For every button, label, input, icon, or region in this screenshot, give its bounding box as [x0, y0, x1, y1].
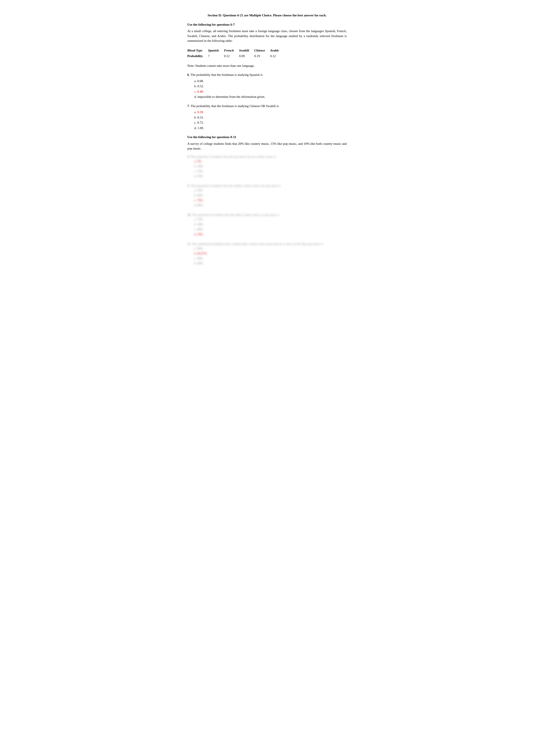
question-6-number: 6 [187, 73, 189, 76]
q11-option-b: b. 66.67%. [194, 251, 347, 256]
q7-option-a: a. 0.28. [194, 110, 347, 115]
val-french: 0.12 [224, 53, 239, 59]
q11-option-a: a. 50%. [194, 246, 347, 251]
q10-option-a: a. 75%. [194, 217, 347, 222]
q9-option-c: c. 75%. [194, 198, 347, 202]
question-8-text: 8. The proportion of students that like … [187, 154, 347, 159]
q11-option-d: d. 20%. [194, 261, 347, 266]
q6-option-c: c. 0.48. [194, 89, 347, 94]
note-text: Note: Students cannot take more than one… [187, 63, 347, 68]
val-arabic: 0.12 [270, 53, 285, 59]
question-6-text: 6. The probability that the freshman is … [187, 72, 347, 77]
table-data-row: Probability ? 0.12 0.09 0.19 0.12 [187, 53, 285, 59]
probability-table-container: Blood Type Spanish French Swahili Chines… [187, 48, 347, 59]
subsection1-paragraph: At a small college, all entering freshme… [187, 29, 347, 43]
col-swahili: Swahili [239, 48, 254, 53]
question-7-text: 7. The probability that the freshman is … [187, 104, 347, 109]
question-6-body: . The probability that the freshman is s… [189, 73, 263, 76]
q7-option-b: b. 0.31. [194, 115, 347, 120]
q6-option-d: d. impossible to determine from the info… [194, 94, 347, 99]
blurred-questions: 8. The proportion of students that like … [187, 154, 347, 266]
subsection2-title: Use the following for questions 8-11 [187, 135, 347, 140]
question-9-text: 9. The proportion of students that like … [187, 183, 347, 188]
q9-option-a: a. 25%. [194, 188, 347, 193]
question-6-block: 6. The probability that the freshman is … [187, 72, 347, 99]
q10-option-b: b. 20%. [194, 222, 347, 227]
subsection1-title: Use the following for questions 6-7 [187, 22, 347, 27]
q11-option-c: c. 40%. [194, 256, 347, 261]
val-spanish: ? [208, 53, 224, 59]
question-7-options: a. 0.28. b. 0.31. c. 0.72. d. 1.00. [194, 110, 347, 130]
table-header-row: Blood Type Spanish French Swahili Chines… [187, 48, 285, 53]
q8-option-c: c. 15%. [194, 169, 347, 174]
q7-option-d: d. 1.00. [194, 125, 347, 131]
q8-option-d: d. 25%. [194, 174, 347, 178]
question-8-block: 8. The proportion of students that like … [187, 154, 347, 178]
q10-option-d: d. 25%. [194, 232, 347, 236]
subsection2-paragraph: A survey of college students finds that … [187, 141, 347, 151]
q6-option-b: b. 0.52. [194, 84, 347, 89]
col-arabic: Arabic [270, 48, 285, 53]
section-header: Section II: Questions 6-21 are Multiple … [187, 13, 347, 18]
question-7-number: 7 [187, 104, 189, 108]
question-7-block: 7. The probability that the freshman is … [187, 104, 347, 131]
col-blood-type: Blood Type [187, 48, 208, 53]
question-11-block: 11. The conditional probability that a s… [187, 242, 347, 266]
q8-option-b: b. 10%. [194, 164, 347, 169]
question-10-text: 10. The proportion of students that like… [187, 213, 347, 217]
row-probability-label: Probability [187, 53, 208, 59]
val-swahili: 0.09 [239, 53, 254, 59]
q6-option-a: a. 0.08. [194, 79, 347, 84]
probability-table: Blood Type Spanish French Swahili Chines… [187, 48, 285, 59]
q8-option-a: a. 5%. [194, 159, 347, 164]
question-10-block: 10. The proportion of students that like… [187, 213, 347, 236]
col-spanish: Spanish [208, 48, 224, 53]
col-french: French [224, 48, 239, 53]
col-chinese: Chinese [254, 48, 270, 53]
question-6-options: a. 0.08. b. 0.52. c. 0.48. d. impossible… [194, 79, 347, 99]
question-9-block: 9. The proportion of students that like … [187, 183, 347, 207]
q10-option-c: c. 40%. [194, 227, 347, 231]
question-11-text: 11. The conditional probability that a s… [187, 242, 347, 246]
val-chinese: 0.19 [254, 53, 270, 59]
q7-option-c: c. 0.72. [194, 120, 347, 125]
q9-option-b: b. 60%. [194, 193, 347, 198]
q9-option-d: d. 80%. [194, 203, 347, 207]
question-7-body: . The probability that the freshman is s… [189, 104, 279, 108]
